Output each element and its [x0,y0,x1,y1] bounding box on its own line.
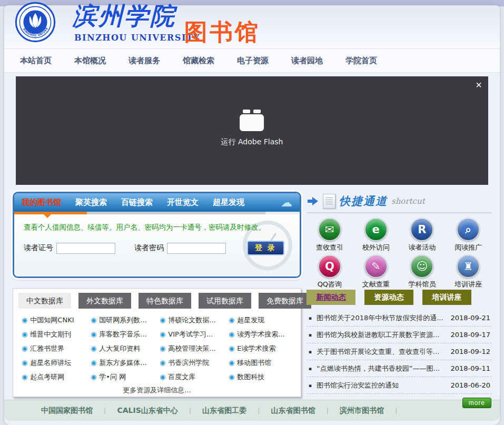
more-news-button[interactable]: more [462,398,491,408]
nav-link[interactable]: 学院首页 [345,56,377,66]
tab-chinese-databases[interactable]: 中文数据库 [18,293,71,309]
bullet-icon: ▪ [307,315,312,321]
database-link[interactable]: ◉ 国研网系列数... [91,315,160,325]
shortcut-icon[interactable]: ☺ [410,255,433,278]
nav-link[interactable]: 本站首页 [20,56,52,66]
database-name: 超星名师讲坛 [30,358,71,368]
shortcut-item[interactable]: ☺ 学科馆员 [399,255,446,289]
shortcut-item[interactable]: ✎ 文献查重 [353,255,399,289]
shortcut-icon[interactable]: R [410,218,433,241]
shortcut-icon[interactable]: ✎ [364,255,388,278]
bullet-icon: ▪ [307,332,312,338]
tab-special-databases[interactable]: 特色数据库 [139,293,191,309]
tab-resource-updates[interactable]: 资源动态 [364,290,413,305]
flash-run-button[interactable]: 运行 Adobe Flash [221,114,283,147]
database-link[interactable]: ◉ 移动图书馆 [229,358,298,368]
tab-chaoxing-discovery[interactable]: 超星发现 [213,197,244,207]
shortcut-label: 查收查引 [316,243,343,252]
tab-kaishi-lanwen[interactable]: 开世览文 [167,197,199,207]
database-link[interactable]: ◉ 起点考研网 [22,372,91,382]
reader-password-input[interactable] [167,243,226,254]
shortcut-icon[interactable]: e [364,218,388,241]
footer-link[interactable]: 中国国家图书馆 [41,406,93,416]
news-link[interactable]: 关于图书馆开展论文查重、查收查引等... [317,347,446,357]
tab-news[interactable]: 新闻动态 [307,290,355,305]
database-link[interactable]: ◉ E读学术搜索 [229,344,298,353]
reader-id-label: 读者证号 [24,243,53,253]
database-link[interactable]: ◉ 数图科技 [229,372,298,382]
database-name: 中国知网CNKI [30,315,74,325]
shortcut-icon[interactable]: ✉ [318,218,341,241]
database-link[interactable]: ◉ 读秀学术搜索... [229,330,298,339]
database-name: 博硕论文数据... [168,315,215,325]
database-link[interactable]: ◉ 博硕论文数据... [160,315,229,325]
database-link[interactable]: ◉ 超星名师讲坛 [22,358,91,368]
footer-link[interactable]: 山东省图工委 [202,406,246,416]
database-link[interactable]: ◉ 百度文库 [160,372,229,382]
shortcut-icon[interactable]: ♜ [457,255,480,278]
database-link[interactable]: ◉ 汇雅书世界 [22,344,91,353]
login-button[interactable]: 登 录 [247,241,284,255]
database-name: 数图科技 [237,372,264,382]
tab-bailian-search[interactable]: 百链搜索 [121,197,153,207]
database-link[interactable]: ◉ 人大复印资料 [91,344,160,353]
tab-my-library[interactable]: 我的图书馆 [22,197,61,207]
bullet-icon: ◉ [22,359,27,367]
nav-link[interactable]: 馆藏检索 [183,56,214,66]
nav-link[interactable]: 读者服务 [129,56,160,66]
shortcut-subtitle: shortcut [391,196,425,206]
news-link[interactable]: “点燃读书热情，共建书香校园”——图... [317,364,446,373]
shortcut-item[interactable]: R 读者活动 [399,218,446,252]
shortcut-item[interactable]: e 校外访问 [353,218,399,252]
footer-link[interactable]: CALIS山东省中心 [117,406,177,416]
database-link[interactable]: ◉ 书香滨州学院 [160,358,229,368]
shortcut-glyph-icon: R [418,224,426,235]
shortcut-item[interactable]: ♜ 培训讲座 [445,255,491,289]
database-name: E读学术搜索 [237,344,275,353]
nav-link[interactable]: 本馆概况 [74,56,106,66]
database-name: 高校管理决策... [168,344,215,353]
shortcut-item[interactable]: Q QQ咨询 [307,255,353,289]
shortcut-glyph-icon: ♜ [463,261,473,272]
flash-plugin-icon [240,114,264,131]
database-link[interactable]: ◉ 中国知网CNKI [22,315,91,325]
database-link[interactable]: ◉ 学•问 网 [91,372,160,382]
tab-foreign-databases[interactable]: 外文数据库 [78,293,131,309]
shortcut-item[interactable]: ⌕ 阅读推广 [445,218,491,252]
news-link[interactable]: 图书馆关于2018年中秋节放假安排的通... [317,313,446,323]
tab-juying-search[interactable]: 聚英搜索 [75,197,107,207]
database-name: 维普中文期刊 [30,330,71,339]
bullet-icon: ◉ [22,373,27,381]
reader-id-input[interactable] [56,243,115,254]
shortcut-item[interactable]: ✉ 查收查引 [307,218,353,252]
separator: | [258,407,260,414]
news-list: ▪ 图书馆关于2018年中秋节放假安排的通... 2018-09-21 ▪ 图书… [307,310,491,394]
close-icon[interactable]: × [476,80,482,90]
separator: | [395,407,397,414]
news-link[interactable]: 图书馆为我校新进教职工开展数字资源... [317,330,446,340]
news-date: 2018-09-17 [450,331,491,339]
nav-link[interactable]: 电子资源 [237,56,269,66]
database-link[interactable]: ◉ 库客数字音乐... [91,330,160,339]
tab-training-lectures[interactable]: 培训讲座 [422,290,471,305]
nav-link[interactable]: 读者园地 [291,56,323,66]
footer-link[interactable]: 滨州市图书馆 [340,406,384,416]
database-link[interactable]: ◉ 超星发现 [229,315,298,325]
middle-row: 我的图书馆 聚英搜索 百链搜索 开世览文 超星发现 ☁ 查看个人借阅信息、续借等… [4,189,500,285]
shortcut-icon[interactable]: Q [318,255,341,278]
footer-link[interactable]: 山东省图书馆 [271,406,315,416]
bullet-icon: ▪ [307,349,312,354]
news-link[interactable]: 图书馆实行治安监控的通知 [317,381,446,390]
database-link[interactable]: ◉ 维普中文期刊 [22,330,91,339]
database-link[interactable]: ◉ VIP考试学习... [160,330,229,339]
database-link[interactable]: ◉ 高校管理决策... [160,344,229,353]
database-link[interactable]: ◉ 新东方多媒体... [91,358,160,368]
bullet-icon: ◉ [229,359,234,367]
more-resources-link[interactable]: 更多资源及详细信息... [13,384,301,399]
tab-free-databases[interactable]: 免费数据库 [259,293,311,309]
university-logo[interactable]: BINZHOU UNIVERSITY [15,2,56,43]
shortcut-header: 快捷通道 shortcut [307,192,491,213]
bullet-icon: ◉ [91,344,96,352]
shortcut-icon[interactable]: ⌕ [457,218,480,241]
tab-trial-databases[interactable]: 试用数据库 [199,293,251,309]
